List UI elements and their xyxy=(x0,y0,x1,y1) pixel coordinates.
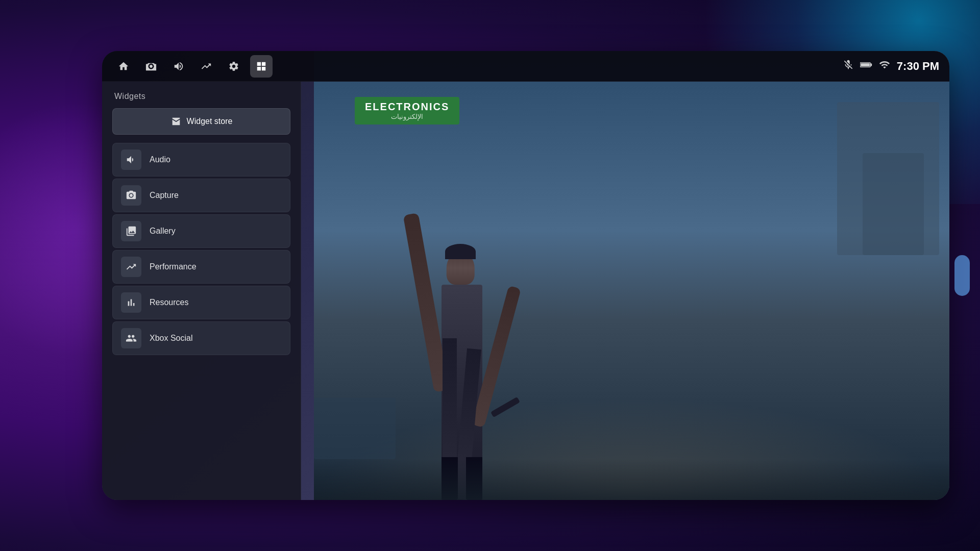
audio-widget-icon xyxy=(121,149,141,170)
resources-widget-icon xyxy=(121,292,141,313)
performance-taskbar-icon[interactable] xyxy=(195,55,217,78)
widget-store-label: Widget store xyxy=(187,117,233,126)
widget-panel: Widgets Widget store Audio xyxy=(102,82,301,500)
store-sign: ELECTRONICS الإلكترونيات xyxy=(355,97,459,124)
game-scene: ELECTRONICS الإلكترونيات xyxy=(314,51,949,500)
clock-display: 7:30 PM xyxy=(897,60,939,73)
capture-taskbar-icon[interactable] xyxy=(140,55,162,78)
widgets-taskbar-icon[interactable] xyxy=(250,55,273,78)
widget-item-performance[interactable]: Performance xyxy=(112,250,290,284)
xbox-social-widget-label: Xbox Social xyxy=(150,334,193,343)
svg-rect-2 xyxy=(861,63,870,66)
svg-point-3 xyxy=(130,194,133,197)
widget-item-xbox-social[interactable]: Xbox Social xyxy=(112,321,290,355)
widget-item-gallery[interactable]: Gallery xyxy=(112,214,290,248)
capture-widget-label: Capture xyxy=(150,191,179,200)
battery-icon xyxy=(860,59,872,73)
performance-widget-icon xyxy=(121,257,141,277)
gallery-widget-label: Gallery xyxy=(150,227,176,236)
building-right-2 xyxy=(863,153,924,255)
settings-taskbar-icon[interactable] xyxy=(223,55,245,78)
xbox-social-widget-icon xyxy=(121,328,141,348)
taskbar-status-area: 7:30 PM xyxy=(843,59,939,73)
capture-widget-icon xyxy=(121,185,141,206)
performance-widget-label: Performance xyxy=(150,262,197,271)
widget-store-button[interactable]: Widget store xyxy=(112,108,290,135)
mic-muted-icon xyxy=(843,59,854,73)
audio-taskbar-icon[interactable] xyxy=(167,55,190,78)
widget-panel-title: Widgets xyxy=(102,82,301,108)
resources-widget-label: Resources xyxy=(150,298,188,307)
home-taskbar-icon[interactable] xyxy=(112,55,135,78)
taskbar-nav-icons xyxy=(112,55,273,78)
widget-item-resources[interactable]: Resources xyxy=(112,286,290,319)
gallery-widget-icon xyxy=(121,221,141,241)
svg-rect-1 xyxy=(870,63,872,66)
ground xyxy=(314,459,949,500)
wifi-icon xyxy=(878,59,891,73)
widget-list: Audio Capture Gallery xyxy=(102,140,301,358)
widget-item-capture[interactable]: Capture xyxy=(112,179,290,212)
audio-widget-label: Audio xyxy=(150,155,170,164)
widget-item-audio[interactable]: Audio xyxy=(112,143,290,177)
taskbar: 7:30 PM xyxy=(102,51,949,82)
scroll-handle[interactable] xyxy=(954,255,970,296)
character-silhouette xyxy=(406,141,518,500)
device-container: ELECTRONICS الإلكترونيات xyxy=(102,51,949,500)
store-icon xyxy=(170,116,182,127)
crates-left xyxy=(314,398,396,459)
